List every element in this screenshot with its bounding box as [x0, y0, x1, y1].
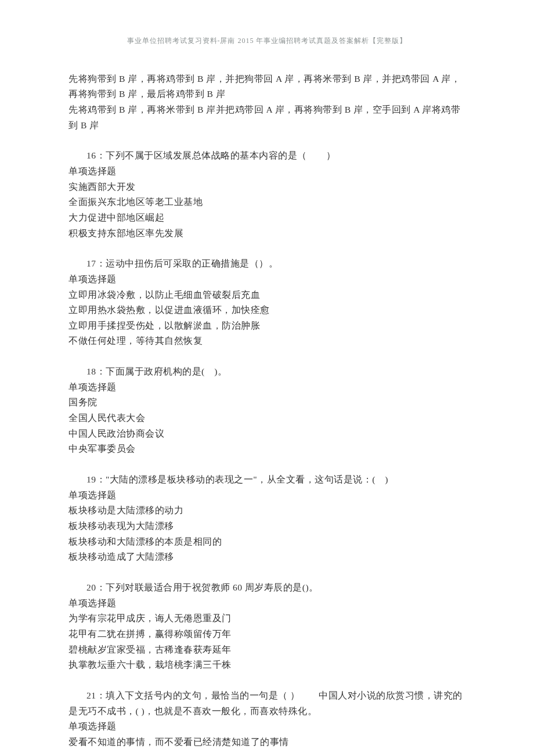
question-option: 全面振兴东北地区等老工业基地	[68, 195, 466, 210]
question-option: 板块移动和大陆漂移的本质是相同的	[68, 534, 466, 550]
page-header: 事业单位招聘考试复习资料-屏南 2015 年事业编招聘考试真题及答案解析【完整版…	[68, 35, 466, 47]
question-title: 20：下列对联最适合用于祝贺教师 60 周岁寿辰的是()。	[68, 580, 466, 596]
question-title: 18：下面属于政府机构的是( )。	[68, 364, 466, 380]
question-option: 中国人民政治协商会议	[68, 426, 466, 442]
question-option: 为学有宗花甲成庆，诲人无倦恩重及门	[68, 611, 466, 627]
preamble-line: 先将狗带到 B 岸，再将鸡带到 B 岸，并把狗带回 A 岸，再将米带到 B 岸，…	[68, 71, 466, 102]
question-type: 单项选择题	[68, 719, 466, 735]
question-block: 17：运动中扭伤后可采取的正确措施是（）。 单项选择题 立即用冰袋冷敷，以防止毛…	[68, 256, 466, 349]
question-option: 实施西部大开发	[68, 179, 466, 195]
question-type: 单项选择题	[68, 380, 466, 395]
document-page: 事业单位招聘考试复习资料-屏南 2015 年事业编招聘考试真题及答案解析【完整版…	[0, 0, 534, 756]
question-title: 17：运动中扭伤后可采取的正确措施是（）。	[68, 256, 466, 272]
question-option: 大力促进中部地区崛起	[68, 210, 466, 226]
question-option: 碧桃献岁宜家受福，古稀逢春获寿延年	[68, 642, 466, 658]
question-block: 18：下面属于政府机构的是( )。 单项选择题 国务院 全国人民代表大会 中国人…	[68, 364, 466, 457]
question-option: 不做任何处理，等待其自然恢复	[68, 333, 466, 349]
question-title: 21：填入下文括号内的文句，最恰当的一句是（ ） 中国人对小说的欣赏习惯，讲究的…	[68, 688, 466, 719]
question-option: 板块移动表现为大陆漂移	[68, 519, 466, 534]
question-option: 立即用手揉捏受伤处，以散解淤血，防治肿胀	[68, 318, 466, 334]
question-type: 单项选择题	[68, 164, 466, 179]
question-option: 立即用冰袋冷敷，以防止毛细血管破裂后充血	[68, 287, 466, 303]
question-block: 21：填入下文括号内的文句，最恰当的一句是（ ） 中国人对小说的欣赏习惯，讲究的…	[68, 688, 466, 750]
question-option: 花甲有二犹在拼搏，赢得称颂留传万年	[68, 627, 466, 642]
question-option: 中央军事委员会	[68, 441, 466, 457]
question-title: 19："大陆的漂移是板块移动的表现之一"，从全文看，这句话是说：( )	[68, 472, 466, 488]
question-type: 单项选择题	[68, 272, 466, 287]
question-type: 单项选择题	[68, 596, 466, 611]
question-block: 20：下列对联最适合用于祝贺教师 60 周岁寿辰的是()。 单项选择题 为学有宗…	[68, 580, 466, 673]
question-option: 执掌教坛垂六十载，栽培桃李满三千株	[68, 657, 466, 673]
question-option: 板块移动是大陆漂移的动力	[68, 503, 466, 519]
question-option: 国务院	[68, 395, 466, 411]
preamble-block: 先将狗带到 B 岸，再将鸡带到 B 岸，并把狗带回 A 岸，再将米带到 B 岸，…	[68, 71, 466, 134]
question-option: 爱看不知道的事情，而不爱看已经清楚知道了的事情	[68, 735, 466, 750]
question-option: 板块移动造成了大陆漂移	[68, 549, 466, 565]
question-title: 16：下列不属于区域发展总体战略的基本内容的是（ ）	[68, 148, 466, 164]
question-option: 立即用热水袋热敷，以促进血液循环，加快痊愈	[68, 303, 466, 318]
question-block: 16：下列不属于区域发展总体战略的基本内容的是（ ） 单项选择题 实施西部大开发…	[68, 148, 466, 241]
question-block: 19："大陆的漂移是板块移动的表现之一"，从全文看，这句话是说：( ) 单项选择…	[68, 472, 466, 565]
question-type: 单项选择题	[68, 488, 466, 503]
question-option: 积极支持东部地区率先发展	[68, 226, 466, 242]
question-option: 全国人民代表大会	[68, 411, 466, 426]
preamble-line: 先将鸡带到 B 岸，再将米带到 B 岸并把鸡带回 A 岸，再将狗带到 B 岸，空…	[68, 102, 466, 133]
